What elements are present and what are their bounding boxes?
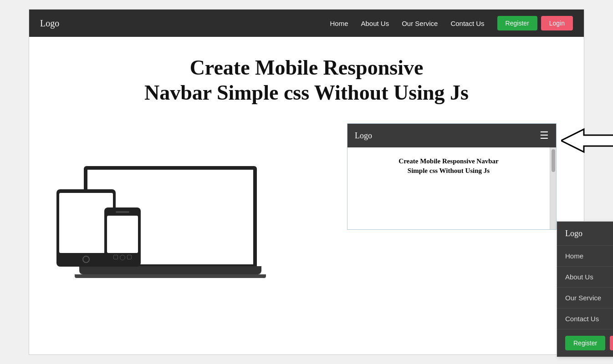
mobile-nav-buttons: Register Login xyxy=(557,329,613,357)
navbar-links: Home About Us Our Service Contact Us Reg… xyxy=(325,16,573,30)
nav-link-service[interactable]: Our Service xyxy=(397,17,442,30)
nav-link-home[interactable]: Home xyxy=(325,17,352,30)
mobile-nav-about[interactable]: About Us xyxy=(557,266,613,287)
main-content: Create Mobile ResponsiveNavbar Simple cs… xyxy=(29,37,584,296)
page-container: Logo Home About Us Our Service Contact U… xyxy=(29,9,584,355)
phone-icons xyxy=(113,255,132,260)
nav-link-about[interactable]: About Us xyxy=(356,17,393,30)
mobile-login-button[interactable]: Login xyxy=(610,336,613,350)
mobile-demo-collapsed: Logo ☰ Create Mobile Responsive NavbarSi… xyxy=(347,123,557,230)
mobile-register-button[interactable]: Register xyxy=(565,336,605,350)
mobile-demos-section: Logo ☰ Create Mobile Responsive NavbarSi… xyxy=(347,123,557,230)
laptop-base xyxy=(79,266,261,274)
navbar-logo: Logo xyxy=(40,18,59,29)
phone-body xyxy=(104,207,141,267)
devices-section xyxy=(56,123,347,283)
login-button[interactable]: Login xyxy=(541,16,573,30)
laptop-base-bottom xyxy=(75,274,266,278)
mobile-nav-header: Logo ☰ xyxy=(557,222,613,245)
mobile-content-text: Create Mobile Responsive NavbarSimple cs… xyxy=(347,147,550,229)
devices-mockup xyxy=(56,123,257,278)
desktop-navbar: Logo Home About Us Our Service Contact U… xyxy=(29,10,584,37)
mobile-nav-contact[interactable]: Contact Us xyxy=(557,308,613,329)
phone-screen xyxy=(107,216,138,253)
scrollbar-thumb[interactable] xyxy=(552,149,555,172)
mobile-demo-expanded: Logo ☰ Home About Us Our Service Contact… xyxy=(557,221,613,357)
register-button[interactable]: Register xyxy=(497,16,537,30)
arrow-indicator xyxy=(561,127,613,154)
scrollbar-track[interactable] xyxy=(550,147,556,229)
phone-mockup xyxy=(104,207,141,267)
mobile-content-area: Create Mobile Responsive NavbarSimple cs… xyxy=(347,147,556,229)
phone-icon-home xyxy=(120,255,125,260)
svg-marker-0 xyxy=(561,129,613,152)
nav-link-contact[interactable]: Contact Us xyxy=(446,17,489,30)
mobile-navbar-bar: Logo ☰ xyxy=(347,124,556,147)
arrow-svg xyxy=(561,127,613,154)
phone-icon-back xyxy=(113,255,118,259)
phone-speaker xyxy=(116,211,129,213)
mobile-nav-service[interactable]: Our Service xyxy=(557,287,613,308)
mobile-nav-logo: Logo xyxy=(565,229,582,238)
mobile-nav-expanded: Logo ☰ Home About Us Our Service Contact… xyxy=(557,222,613,357)
mobile-nav-home[interactable]: Home xyxy=(557,245,613,266)
mobile-navbar-logo: Logo xyxy=(355,131,372,141)
demo-row: Logo ☰ Create Mobile Responsive NavbarSi… xyxy=(56,123,557,283)
tablet-home-button xyxy=(82,256,90,263)
hamburger-icon[interactable]: ☰ xyxy=(540,130,549,142)
main-title: Create Mobile ResponsiveNavbar Simple cs… xyxy=(56,55,557,105)
phone-icon-menu xyxy=(127,255,132,259)
